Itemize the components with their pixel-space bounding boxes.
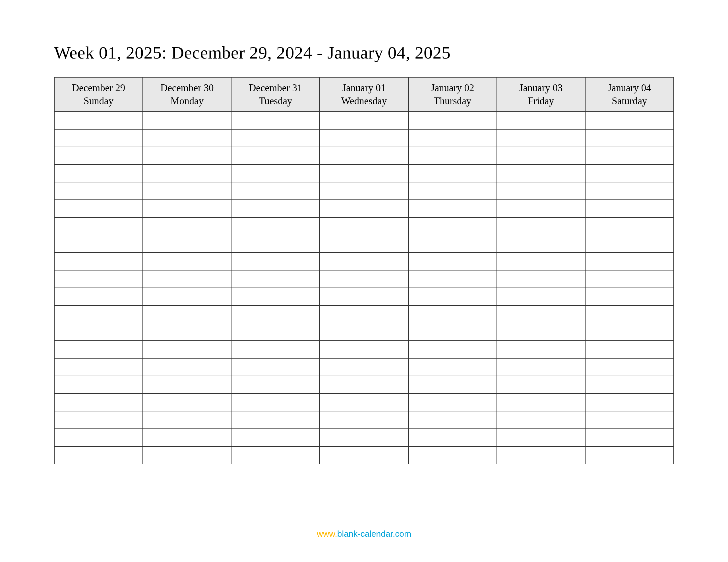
calendar-cell[interactable]: [143, 165, 231, 182]
calendar-cell[interactable]: [320, 217, 408, 235]
calendar-cell[interactable]: [143, 112, 231, 129]
calendar-cell[interactable]: [585, 393, 674, 411]
footer-link[interactable]: www.blank-calendar.com: [0, 529, 728, 539]
calendar-cell[interactable]: [585, 200, 674, 217]
calendar-cell[interactable]: [54, 147, 143, 165]
calendar-cell[interactable]: [585, 165, 674, 182]
calendar-cell[interactable]: [408, 112, 497, 129]
calendar-cell[interactable]: [231, 376, 320, 393]
calendar-cell[interactable]: [231, 323, 320, 341]
calendar-cell[interactable]: [231, 429, 320, 446]
calendar-cell[interactable]: [54, 341, 143, 358]
calendar-cell[interactable]: [320, 376, 408, 393]
calendar-cell[interactable]: [320, 129, 408, 147]
calendar-cell[interactable]: [497, 253, 585, 270]
calendar-cell[interactable]: [231, 341, 320, 358]
calendar-cell[interactable]: [408, 147, 497, 165]
calendar-cell[interactable]: [497, 129, 585, 147]
calendar-cell[interactable]: [143, 288, 231, 305]
calendar-cell[interactable]: [54, 165, 143, 182]
calendar-cell[interactable]: [320, 147, 408, 165]
calendar-cell[interactable]: [231, 217, 320, 235]
calendar-cell[interactable]: [143, 393, 231, 411]
calendar-cell[interactable]: [231, 305, 320, 323]
calendar-cell[interactable]: [497, 323, 585, 341]
calendar-cell[interactable]: [585, 305, 674, 323]
calendar-cell[interactable]: [497, 112, 585, 129]
calendar-cell[interactable]: [320, 305, 408, 323]
calendar-cell[interactable]: [54, 376, 143, 393]
calendar-cell[interactable]: [231, 446, 320, 464]
calendar-cell[interactable]: [231, 147, 320, 165]
calendar-cell[interactable]: [54, 411, 143, 429]
calendar-cell[interactable]: [408, 288, 497, 305]
calendar-cell[interactable]: [585, 376, 674, 393]
calendar-cell[interactable]: [320, 112, 408, 129]
calendar-cell[interactable]: [585, 147, 674, 165]
calendar-cell[interactable]: [585, 253, 674, 270]
calendar-cell[interactable]: [143, 235, 231, 253]
calendar-cell[interactable]: [54, 429, 143, 446]
calendar-cell[interactable]: [143, 305, 231, 323]
calendar-cell[interactable]: [54, 129, 143, 147]
calendar-cell[interactable]: [408, 429, 497, 446]
calendar-cell[interactable]: [231, 288, 320, 305]
calendar-cell[interactable]: [231, 358, 320, 376]
calendar-cell[interactable]: [231, 165, 320, 182]
calendar-cell[interactable]: [143, 182, 231, 200]
calendar-cell[interactable]: [54, 288, 143, 305]
calendar-cell[interactable]: [54, 217, 143, 235]
calendar-cell[interactable]: [585, 411, 674, 429]
calendar-cell[interactable]: [231, 200, 320, 217]
calendar-cell[interactable]: [143, 147, 231, 165]
calendar-cell[interactable]: [497, 358, 585, 376]
calendar-cell[interactable]: [497, 376, 585, 393]
calendar-cell[interactable]: [54, 112, 143, 129]
calendar-cell[interactable]: [585, 358, 674, 376]
calendar-cell[interactable]: [497, 217, 585, 235]
calendar-cell[interactable]: [54, 305, 143, 323]
calendar-cell[interactable]: [408, 182, 497, 200]
calendar-cell[interactable]: [585, 323, 674, 341]
calendar-cell[interactable]: [497, 305, 585, 323]
calendar-cell[interactable]: [231, 270, 320, 288]
calendar-cell[interactable]: [585, 446, 674, 464]
calendar-cell[interactable]: [408, 165, 497, 182]
calendar-cell[interactable]: [231, 411, 320, 429]
calendar-cell[interactable]: [408, 446, 497, 464]
calendar-cell[interactable]: [320, 429, 408, 446]
calendar-cell[interactable]: [497, 411, 585, 429]
calendar-cell[interactable]: [143, 253, 231, 270]
calendar-cell[interactable]: [320, 270, 408, 288]
calendar-cell[interactable]: [143, 411, 231, 429]
calendar-cell[interactable]: [408, 217, 497, 235]
calendar-cell[interactable]: [408, 200, 497, 217]
calendar-cell[interactable]: [408, 393, 497, 411]
calendar-cell[interactable]: [54, 358, 143, 376]
calendar-cell[interactable]: [585, 341, 674, 358]
calendar-cell[interactable]: [320, 182, 408, 200]
calendar-cell[interactable]: [320, 323, 408, 341]
calendar-cell[interactable]: [585, 235, 674, 253]
calendar-cell[interactable]: [54, 446, 143, 464]
calendar-cell[interactable]: [54, 235, 143, 253]
calendar-cell[interactable]: [143, 323, 231, 341]
calendar-cell[interactable]: [408, 323, 497, 341]
calendar-cell[interactable]: [231, 182, 320, 200]
calendar-cell[interactable]: [497, 429, 585, 446]
calendar-cell[interactable]: [54, 253, 143, 270]
calendar-cell[interactable]: [408, 411, 497, 429]
calendar-cell[interactable]: [320, 288, 408, 305]
calendar-cell[interactable]: [320, 393, 408, 411]
calendar-cell[interactable]: [585, 429, 674, 446]
calendar-cell[interactable]: [231, 112, 320, 129]
calendar-cell[interactable]: [497, 446, 585, 464]
calendar-cell[interactable]: [320, 200, 408, 217]
calendar-cell[interactable]: [143, 270, 231, 288]
calendar-cell[interactable]: [497, 288, 585, 305]
calendar-cell[interactable]: [497, 200, 585, 217]
calendar-cell[interactable]: [320, 358, 408, 376]
calendar-cell[interactable]: [231, 253, 320, 270]
calendar-cell[interactable]: [231, 393, 320, 411]
calendar-cell[interactable]: [231, 235, 320, 253]
